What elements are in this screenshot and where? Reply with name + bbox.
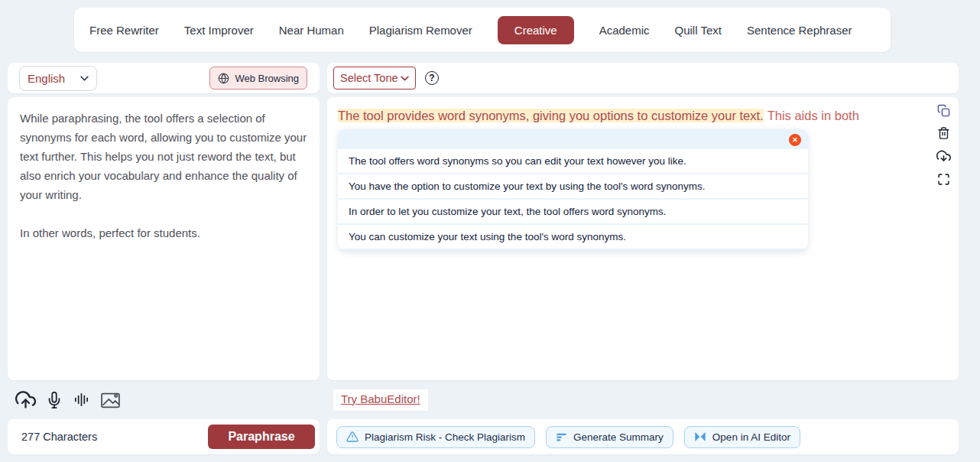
output-side-tools xyxy=(936,104,951,186)
tab-quill-text[interactable]: Quill Text xyxy=(675,24,722,37)
try-row: Try BabuEditor! xyxy=(327,386,959,413)
tab-sentence-rephraser[interactable]: Sentence Rephraser xyxy=(747,24,852,37)
generate-summary-label: Generate Summary xyxy=(573,431,664,443)
highlighted-sentence[interactable]: The tool provides word synonyms, giving … xyxy=(338,109,764,122)
check-plagiarism-button[interactable]: Plagiarism Risk - Check Plagiarism xyxy=(336,426,535,448)
image-icon[interactable] xyxy=(100,391,121,409)
generate-summary-button[interactable]: Generate Summary xyxy=(546,426,673,448)
web-browsing-label: Web Browsing xyxy=(235,73,299,84)
input-tools xyxy=(8,386,320,413)
tone-select-value: Select Tone xyxy=(340,72,398,84)
output-area: The tool provides word synonyms, giving … xyxy=(327,97,959,380)
source-text-area[interactable]: While paraphrasing, the tool offers a se… xyxy=(8,97,320,380)
close-icon[interactable]: ✕ xyxy=(789,134,801,146)
waveform-icon[interactable] xyxy=(73,391,90,408)
microphone-icon[interactable] xyxy=(46,392,63,408)
output-toolbar: Select Tone ? xyxy=(327,63,959,93)
summary-lines-icon xyxy=(556,431,567,443)
trash-icon[interactable] xyxy=(937,126,950,140)
char-count: 277 Characters xyxy=(21,431,97,443)
check-plagiarism-label: Plagiarism Risk - Check Plagiarism xyxy=(365,431,525,443)
chevron-down-icon xyxy=(401,76,409,81)
output-column: Select Tone ? The tool provides word syn… xyxy=(327,63,959,454)
tab-plagiarism-remover[interactable]: Plagiarism Remover xyxy=(369,24,472,37)
tab-text-improver[interactable]: Text Improver xyxy=(184,24,254,37)
globe-icon xyxy=(218,73,229,84)
cloud-download-icon[interactable] xyxy=(936,149,951,164)
language-select-value: English xyxy=(28,72,65,85)
input-toolbar: English Web Browsing xyxy=(8,63,320,93)
tab-creative[interactable]: Creative xyxy=(498,16,574,44)
output-text: The tool provides word synonyms, giving … xyxy=(338,107,948,124)
cloud-upload-icon[interactable] xyxy=(15,389,36,410)
synonym-suggestion[interactable]: You have the option to customize your te… xyxy=(338,174,808,200)
try-babueditor-chip: Try BabuEditor! xyxy=(333,389,428,411)
source-paragraph: In other words, perfect for students. xyxy=(20,223,307,242)
chevron-down-icon xyxy=(80,76,89,81)
fullscreen-icon[interactable] xyxy=(937,173,950,186)
output-continuation: This aids in both xyxy=(767,109,859,122)
warning-triangle-icon xyxy=(346,431,359,443)
main-area: English Web Browsing While paraphrasing,… xyxy=(8,63,980,454)
language-select[interactable]: English xyxy=(19,66,97,91)
synonym-suggestion[interactable]: You can customize your text using the to… xyxy=(338,225,808,249)
source-paragraph: While paraphrasing, the tool offers a se… xyxy=(20,109,307,204)
input-column: English Web Browsing While paraphrasing,… xyxy=(8,63,320,454)
tab-free-rewriter[interactable]: Free Rewriter xyxy=(89,24,159,37)
synonym-suggestion[interactable]: In order to let you customize your text,… xyxy=(338,200,808,225)
try-babueditor-link[interactable]: Try BabuEditor! xyxy=(341,392,420,405)
tab-academic[interactable]: Academic xyxy=(599,24,650,37)
tone-select[interactable]: Select Tone xyxy=(333,67,416,89)
synonym-popup-header: ✕ xyxy=(338,129,808,149)
ai-editor-icon xyxy=(694,431,706,442)
input-footer: 277 Characters Paraphrase xyxy=(8,419,320,454)
web-browsing-button[interactable]: Web Browsing xyxy=(209,67,307,89)
tab-near-human[interactable]: Near Human xyxy=(279,24,344,37)
synonym-suggestion[interactable]: The tool offers word synonyms so you can… xyxy=(338,149,808,174)
paraphraser-app: Free Rewriter Text Improver Near Human P… xyxy=(0,8,980,454)
question-mark-icon[interactable]: ? xyxy=(425,71,439,85)
copy-icon[interactable] xyxy=(937,104,950,117)
synonym-popup: ✕ The tool offers word synonyms so you c… xyxy=(338,129,808,251)
open-ai-editor-label: Open in AI Editor xyxy=(712,431,790,443)
open-ai-editor-button[interactable]: Open in AI Editor xyxy=(684,426,800,448)
tool-tabs: Free Rewriter Text Improver Near Human P… xyxy=(74,8,891,52)
output-footer: Plagiarism Risk - Check Plagiarism Gener… xyxy=(327,419,959,454)
paraphrase-button[interactable]: Paraphrase xyxy=(208,425,315,449)
